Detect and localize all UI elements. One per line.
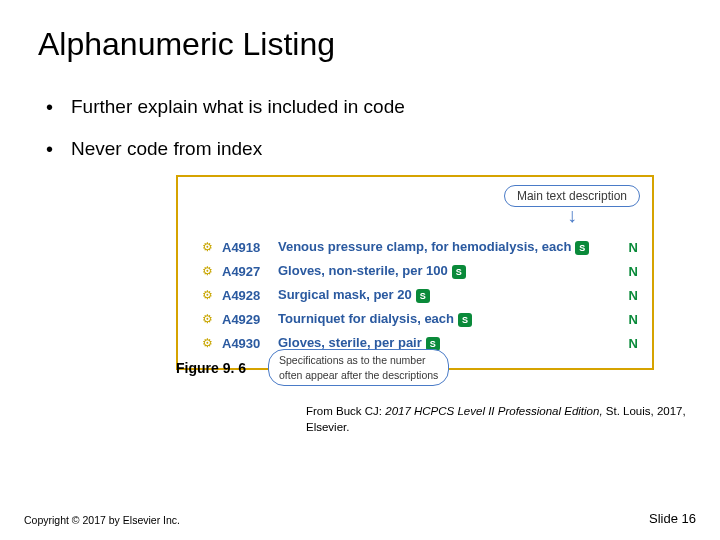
gear-icon: ⚙ xyxy=(200,264,214,278)
code-number: A4929 xyxy=(222,312,278,327)
gear-icon: ⚙ xyxy=(200,240,214,254)
code-row: ⚙ A4929 Tourniquet for dialysis, eachS N xyxy=(200,307,638,331)
bullet-list: Further explain what is included in code… xyxy=(46,96,405,180)
code-number: A4918 xyxy=(222,240,278,255)
qty-badge-icon: S xyxy=(416,289,430,303)
qty-badge-icon: S xyxy=(458,313,472,327)
n-indicator: N xyxy=(622,288,638,303)
gear-icon: ⚙ xyxy=(200,288,214,302)
main-text-description-callout: Main text description ↓ xyxy=(504,185,640,225)
figure-label: Figure 9. 6 xyxy=(176,360,246,376)
n-indicator: N xyxy=(622,312,638,327)
code-row: ⚙ A4928 Surgical mask, per 20S N xyxy=(200,283,638,307)
slide: Alphanumeric Listing Further explain wha… xyxy=(0,0,720,540)
citation-title: 2017 HCPCS Level II Professional Edition… xyxy=(385,405,602,417)
citation-prefix: From Buck CJ: xyxy=(306,405,385,417)
bullet-text: Never code from index xyxy=(71,138,262,160)
bullet-item: Never code from index xyxy=(46,138,405,160)
code-description: Surgical mask, per 20S xyxy=(278,287,622,303)
arrow-down-icon: ↓ xyxy=(567,205,577,225)
code-row: ⚙ A4918 Venous pressure clamp, for hemod… xyxy=(200,235,638,259)
qty-badge-icon: S xyxy=(575,241,589,255)
code-description: Venous pressure clamp, for hemodialysis,… xyxy=(278,239,622,255)
bullet-item: Further explain what is included in code xyxy=(46,96,405,118)
n-indicator: N xyxy=(622,264,638,279)
code-description: Tourniquet for dialysis, eachS xyxy=(278,311,622,327)
n-indicator: N xyxy=(622,240,638,255)
n-indicator: N xyxy=(622,336,638,351)
slide-number: Slide 16 xyxy=(649,511,696,526)
gear-icon: ⚙ xyxy=(200,312,214,326)
code-list: ⚙ A4918 Venous pressure clamp, for hemod… xyxy=(200,235,638,355)
code-row: ⚙ A4927 Gloves, non-sterile, per 100S N xyxy=(200,259,638,283)
specifications-callout: Specifications as to the number often ap… xyxy=(268,349,449,386)
gear-icon: ⚙ xyxy=(200,336,214,350)
citation: From Buck CJ: 2017 HCPCS Level II Profes… xyxy=(306,404,688,435)
slide-title: Alphanumeric Listing xyxy=(38,26,335,63)
code-number: A4928 xyxy=(222,288,278,303)
bullet-text: Further explain what is included in code xyxy=(71,96,405,118)
code-description: Gloves, non-sterile, per 100S xyxy=(278,263,622,279)
figure-box: Main text description ↓ ⚙ A4918 Venous p… xyxy=(176,175,654,370)
qty-badge-icon: S xyxy=(452,265,466,279)
callout-pill: Specifications as to the number often ap… xyxy=(268,349,449,386)
code-number: A4927 xyxy=(222,264,278,279)
copyright: Copyright © 2017 by Elsevier Inc. xyxy=(24,514,180,526)
